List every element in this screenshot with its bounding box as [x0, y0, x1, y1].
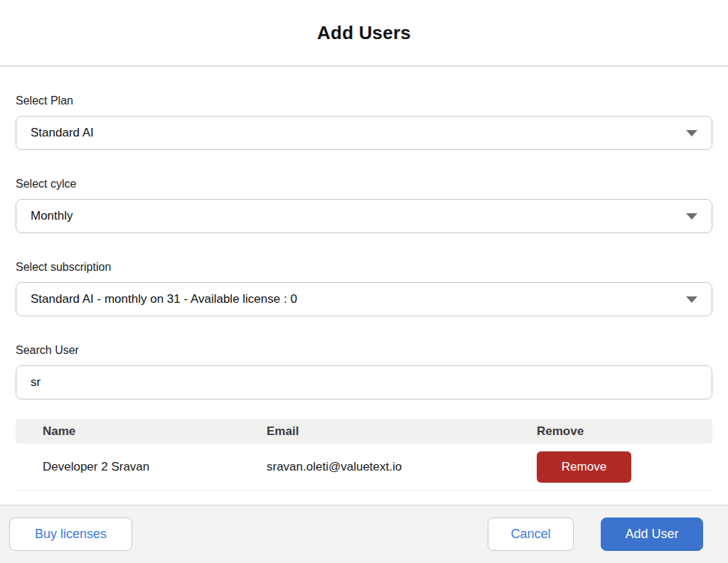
table-row: Developer 2 Sravan sravan.oleti@valuetex… [16, 444, 712, 490]
select-cycle-dropdown[interactable]: Monthly [16, 199, 712, 233]
dialog-title: Add Users [317, 22, 411, 44]
search-user-input[interactable] [16, 365, 712, 400]
field-group-plan: Select Plan Standard AI [16, 94, 712, 150]
select-cycle-value: Monthly [31, 209, 73, 223]
field-group-subscription: Select subscription Standard AI - monthl… [16, 260, 712, 316]
column-header-name: Name [16, 424, 267, 439]
buy-licenses-button[interactable]: Buy licenses [9, 518, 132, 551]
select-cycle-label: Select cylce [16, 177, 712, 191]
remove-user-button[interactable]: Remove [537, 451, 631, 483]
dialog-footer: Buy licenses Cancel Add User [0, 505, 728, 563]
user-remove-cell: Remove [537, 451, 712, 483]
select-plan-dropdown[interactable]: Standard AI [16, 116, 712, 150]
select-subscription-value: Standard AI - monthly on 31 - Available … [31, 292, 297, 306]
field-group-search: Search User [16, 343, 712, 400]
add-user-button[interactable]: Add User [601, 518, 703, 551]
chevron-down-icon [686, 213, 697, 220]
dialog-body: Select Plan Standard AI Select cylce Mon… [0, 67, 728, 505]
select-plan-label: Select Plan [16, 94, 712, 107]
field-group-cycle: Select cylce Monthly [16, 177, 712, 233]
table-header-row: Name Email Remove [16, 419, 712, 444]
select-subscription-label: Select subscription [16, 260, 712, 274]
chevron-down-icon [686, 130, 697, 136]
user-table: Name Email Remove Developer 2 Sravan sra… [16, 419, 712, 490]
user-email-cell: sravan.oleti@valuetext.io [267, 460, 537, 474]
user-name-cell: Developer 2 Sravan [16, 460, 267, 474]
column-header-remove: Remove [537, 424, 712, 439]
search-user-label: Search User [16, 343, 712, 357]
cancel-button[interactable]: Cancel [488, 518, 574, 551]
select-subscription-dropdown[interactable]: Standard AI - monthly on 31 - Available … [16, 282, 712, 316]
chevron-down-icon [686, 296, 697, 303]
column-header-email: Email [267, 424, 537, 439]
dialog-header: Add Users [0, 0, 728, 67]
select-plan-value: Standard AI [31, 126, 94, 140]
